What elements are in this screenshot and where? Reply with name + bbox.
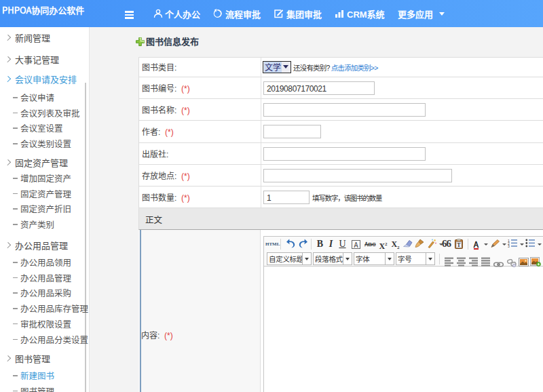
svg-text:3: 3: [508, 243, 510, 248]
svg-text:T: T: [457, 242, 461, 248]
